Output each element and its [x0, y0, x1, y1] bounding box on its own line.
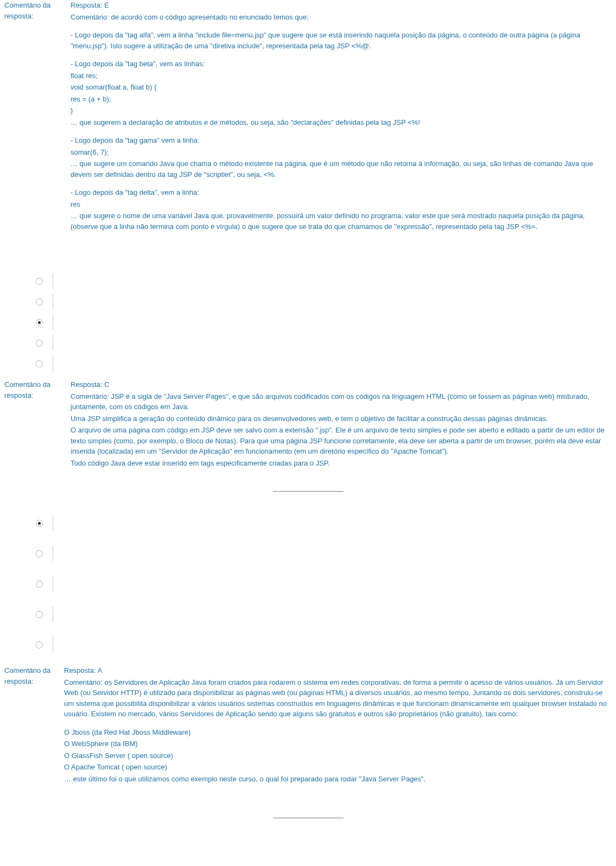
option-separator	[53, 515, 53, 531]
radio-icon[interactable]	[36, 581, 43, 588]
option-separator	[53, 356, 53, 371]
q2-p1: Comentário: JSP é a sigla de "Java Serve…	[71, 391, 612, 412]
q3-option-2[interactable]	[36, 569, 612, 599]
q1-beta-l4: }	[71, 105, 612, 116]
q3-comment-row: Comentário da resposta: Resposta: A Come…	[4, 665, 612, 785]
q3-option-3[interactable]	[36, 599, 612, 629]
q2-comment-row: Comentário da resposta: Resposta: C Come…	[4, 379, 612, 469]
q1-beta-l1: float res;	[71, 71, 612, 81]
q1-intro: Comentário: de acordo com o código apres…	[71, 12, 612, 23]
radio-icon[interactable]	[36, 611, 43, 618]
q1-beta-tail: … que sugerem a declaração de atributos …	[71, 117, 612, 128]
q3-comment-content: Resposta: A Comentário: os Servidores de…	[64, 665, 612, 785]
q1-delta-tail: … que sugere o nome de uma variável Java…	[71, 211, 612, 232]
q2-comment-content: Resposta: C Comentário: JSP é a sigla de…	[71, 379, 612, 469]
q2-p4: Todo código Java deve estar inserido em …	[71, 458, 612, 469]
q3-answer-line: Resposta: A	[64, 665, 612, 676]
q2-option-4[interactable]	[36, 353, 612, 374]
q1-gama-l1: somar(6, 7);	[71, 147, 612, 158]
q2-answer-line: Resposta: C	[71, 379, 612, 390]
option-separator	[53, 637, 53, 652]
q2-options	[4, 271, 612, 374]
option-separator	[53, 335, 53, 351]
q2-option-0[interactable]	[36, 271, 612, 291]
q3-li4: O Apache Tomcat ( open source)	[64, 762, 612, 773]
option-separator	[53, 294, 53, 309]
q3-li1: O Jboss (da Red Hat Jboss Middleware)	[64, 727, 612, 738]
option-separator	[53, 607, 53, 622]
q3-li2: O WebSphere (da IBM)	[64, 738, 612, 749]
q1-delta-head: - Logo depois da "tag delta", vem a linh…	[71, 187, 612, 198]
q3-tail: … este último foi o que utilizamos como …	[64, 774, 612, 785]
radio-icon[interactable]	[36, 550, 43, 557]
radio-icon[interactable]	[36, 641, 43, 648]
divider	[273, 818, 344, 818]
q3-option-4[interactable]	[36, 629, 612, 660]
q3-options	[4, 508, 612, 660]
q3-p1: Comentário: os Servidores de Aplicação J…	[64, 677, 612, 719]
q3-option-1[interactable]	[36, 538, 612, 569]
option-separator	[53, 546, 53, 561]
q1-beta-l2: void somar(float a, float b) {	[71, 82, 612, 93]
radio-icon[interactable]	[36, 319, 43, 326]
option-separator	[53, 315, 53, 330]
q1-answer-line: Resposta: E	[71, 0, 612, 11]
option-separator	[53, 273, 53, 289]
q2-option-2[interactable]	[36, 312, 612, 333]
radio-icon[interactable]	[36, 278, 43, 285]
q1-comment-row: Comentário da resposta: Resposta: E Come…	[4, 0, 612, 233]
radio-icon[interactable]	[36, 340, 43, 347]
q3-comment-label: Comentário da resposta:	[4, 665, 64, 686]
q1-beta-l3: res = (a + b);	[71, 94, 612, 105]
q1-comment-label: Comentário da resposta:	[4, 0, 71, 21]
divider	[273, 491, 344, 492]
q1-comment-content: Resposta: E Comentário: de acordo com o …	[71, 0, 612, 233]
q1-alfa: - Logo depois da "tag alfa", vem a linha…	[71, 30, 612, 51]
q2-option-1[interactable]	[36, 291, 612, 312]
radio-icon[interactable]	[36, 298, 43, 305]
q3-option-0[interactable]	[36, 508, 612, 538]
q2-p2: Uma JSP simplifica a geração do conteúdo…	[71, 413, 612, 424]
radio-icon[interactable]	[36, 360, 43, 367]
q1-beta-head: - Logo depois da "tag beta", vem as linh…	[71, 59, 612, 69]
q1-delta-l1: res	[71, 199, 612, 210]
q1-gama-head: - Logo depois da "tag gama" vem a linha:	[71, 135, 612, 146]
option-separator	[53, 576, 53, 591]
q2-option-3[interactable]	[36, 333, 612, 353]
q1-gama-tail: … que sugere um comando Java que chama o…	[71, 158, 612, 180]
q3-li3: O GlassFish Server ( open source)	[64, 750, 612, 761]
q2-p3: O arquivo de uma página com código em JS…	[71, 425, 612, 457]
radio-icon[interactable]	[36, 520, 43, 527]
q2-comment-label: Comentário da resposta:	[4, 379, 71, 400]
